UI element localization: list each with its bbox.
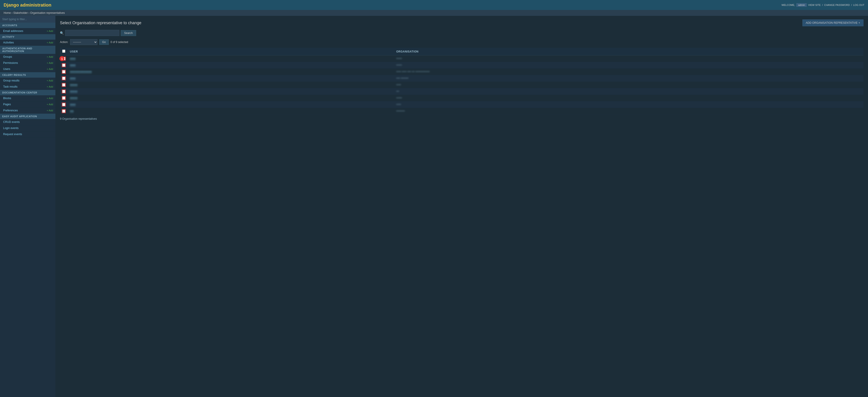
action-select[interactable]: --------- Delete selected — [70, 39, 97, 45]
row-checkbox-cell — [60, 68, 68, 75]
row-organisation: •••• •••••••• — [394, 75, 864, 82]
action-bar: Action: --------- Delete selected Go 0 o… — [60, 39, 864, 45]
sidebar-link-users[interactable]: Users — [3, 67, 10, 70]
results-count: 9 Organisation representatives — [60, 117, 864, 120]
table-row: •••••••••••••••••••••••••••• ••••• •••• … — [60, 68, 864, 75]
sidebar-section-activity: ACTIVITY — [0, 34, 55, 39]
table-row: ••••••••••• — [60, 102, 864, 108]
row-checkbox-cell: 1 — [60, 55, 68, 62]
sidebar-add-groups[interactable]: + Add — [47, 55, 53, 58]
row-organisation: •••••• — [394, 95, 864, 102]
row-organisation: ••••• — [394, 82, 864, 88]
add-organisation-representative-button[interactable]: ADD ORGANISATION REPRESENTATIVE + — [802, 20, 864, 26]
sidebar-add-task-results[interactable]: + Add — [47, 85, 53, 88]
row-checkbox[interactable] — [62, 64, 65, 67]
table-row: ••••••••••• — [60, 88, 864, 95]
site-title[interactable]: Django administration — [4, 2, 51, 8]
table-row: 1•••••••••••• — [60, 55, 864, 62]
row-user[interactable]: •••••••• — [68, 95, 394, 102]
row-checkbox[interactable] — [62, 103, 65, 106]
row-user[interactable]: ••••••••••••••••••••••• — [68, 68, 394, 75]
sidebar-link-crud-events[interactable]: CRUD events — [3, 120, 20, 123]
select-all-header — [60, 48, 68, 55]
sidebar-section-docs: DOCUMENTATION CENTER — [0, 90, 55, 95]
sidebar-link-preferences[interactable]: Preferences — [3, 109, 18, 112]
sidebar-sections: ACCOUNTSEmail addresses+ AddACTIVITYActi… — [0, 23, 55, 137]
row-checkbox[interactable] — [62, 90, 65, 93]
sidebar-link-request-events[interactable]: Request events — [3, 133, 22, 136]
sidebar-link-blocks[interactable]: Blocks — [3, 97, 11, 100]
sidebar-add-preferences[interactable]: + Add — [47, 109, 53, 112]
sidebar-item-groups: Groups+ Add — [0, 54, 55, 60]
table-row: •••••••••••• — [60, 62, 864, 68]
row-checkbox-cell — [60, 95, 68, 102]
user-tools: WELCOME, admin VIEW SITE / CHANGE PASSWO… — [781, 3, 864, 7]
row-organisation: •••••• — [394, 62, 864, 68]
sidebar-add-activities[interactable]: + Add — [47, 41, 53, 44]
main-content: Select Organisation representative to ch… — [55, 16, 868, 397]
row-organisation: ••••• ••••• •••• ••• ••••••••••••••• — [394, 68, 864, 75]
row-user[interactable]: •••••• — [68, 102, 394, 108]
content-header: Select Organisation representative to ch… — [60, 20, 864, 26]
row-organisation: •••••• — [394, 55, 864, 62]
sidebar-section-celery: CELERY RESULTS — [0, 72, 55, 78]
table-header: USER ORGANISATION — [60, 48, 864, 55]
row-checkbox[interactable] — [62, 70, 65, 73]
row-checkbox[interactable] — [62, 96, 65, 100]
view-site-link[interactable]: VIEW SITE — [808, 4, 821, 6]
breadcrumb-home[interactable]: Home — [4, 11, 11, 15]
row-user[interactable]: •••••• — [68, 75, 394, 82]
welcome-text: WELCOME, — [781, 4, 795, 6]
row-checkbox[interactable] — [62, 83, 65, 86]
row-user[interactable]: •••••• — [68, 55, 394, 62]
select-all-checkbox[interactable] — [62, 50, 65, 53]
sidebar-link-activities[interactable]: Activities — [3, 41, 14, 44]
row-user[interactable]: •••• — [68, 108, 394, 115]
row-checkbox[interactable] — [62, 110, 65, 113]
change-password-link[interactable]: CHANGE PASSWORD — [824, 4, 850, 6]
row-user[interactable]: •••••••• — [68, 88, 394, 95]
sidebar-section-accounts: ACCOUNTS — [0, 23, 55, 28]
search-input[interactable] — [65, 30, 119, 36]
go-button[interactable]: Go — [99, 39, 109, 45]
sidebar-item-request-events: Request events — [0, 131, 55, 137]
row-organisation: ••• — [394, 88, 864, 95]
search-bar: 🔍 Search — [60, 30, 864, 36]
row-checkbox[interactable] — [62, 77, 65, 80]
sidebar-link-task-results[interactable]: Task results — [3, 85, 18, 88]
table-body: 1•••••••••••••••••••••••••••••••••••••••… — [60, 55, 864, 115]
sidebar-link-pages[interactable]: Pages — [3, 103, 11, 106]
breadcrumb-parent[interactable]: Stakeholder — [13, 11, 28, 15]
sidebar-add-email-addresses[interactable]: + Add — [47, 30, 53, 32]
sidebar-link-email-addresses[interactable]: Email addresses — [3, 29, 23, 33]
sidebar-filter-input[interactable] — [0, 16, 55, 23]
search-button[interactable]: Search — [121, 30, 136, 36]
sidebar-add-pages[interactable]: + Add — [47, 103, 53, 106]
table-row: ••••••••••••• — [60, 108, 864, 115]
user-column-header[interactable]: USER — [68, 48, 394, 55]
main-container: ACCOUNTSEmail addresses+ AddACTIVITYActi… — [0, 16, 868, 397]
table-row: •••••••••• •••••••• — [60, 75, 864, 82]
sidebar-link-login-events[interactable]: Login events — [3, 126, 19, 130]
sidebar-link-group-results[interactable]: Group results — [3, 79, 20, 82]
results-table: USER ORGANISATION 1•••••••••••••••••••••… — [60, 48, 864, 115]
sidebar-add-users[interactable]: + Add — [47, 68, 53, 70]
organisation-column-header[interactable]: ORGANISATION — [394, 48, 864, 55]
sidebar-link-permissions[interactable]: Permissions — [3, 61, 18, 64]
action-label: Action: — [60, 40, 68, 44]
sidebar-add-group-results[interactable]: + Add — [47, 79, 53, 82]
sidebar-add-permissions[interactable]: + Add — [47, 62, 53, 64]
row-user[interactable]: •••••• — [68, 62, 394, 68]
header: Django administration WELCOME, admin VIE… — [0, 0, 868, 10]
row-user[interactable]: •••••••• — [68, 82, 394, 88]
sidebar-item-crud-events: CRUD events — [0, 119, 55, 125]
sidebar-add-blocks[interactable]: + Add — [47, 97, 53, 100]
breadcrumb: Home › Stakeholder › Organisation repres… — [0, 10, 868, 16]
sidebar-link-groups[interactable]: Groups — [3, 55, 12, 58]
sidebar-item-preferences: Preferences+ Add — [0, 108, 55, 114]
log-out-link[interactable]: LOG OUT — [853, 4, 864, 6]
page-title: Select Organisation representative to ch… — [60, 21, 141, 25]
sidebar-section-audit: EASY AUDIT APPLICATION — [0, 114, 55, 119]
add-btn-label: ADD ORGANISATION REPRESENTATIVE — [806, 21, 858, 24]
row-checkbox-cell — [60, 102, 68, 108]
